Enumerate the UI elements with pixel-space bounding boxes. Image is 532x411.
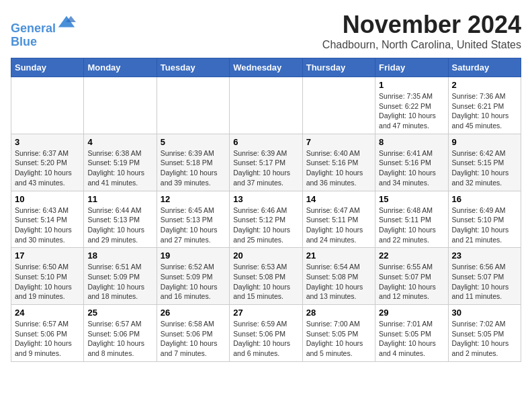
day-number: 23 (452, 250, 517, 261)
day-number: 28 (306, 308, 371, 318)
calendar-cell: 11Sunrise: 6:44 AM Sunset: 5:13 PM Dayli… (84, 191, 157, 248)
calendar-cell (11, 77, 84, 134)
day-info: Sunrise: 6:47 AM Sunset: 5:11 PM Dayligh… (306, 205, 371, 245)
day-number: 6 (233, 137, 298, 147)
day-number: 14 (306, 194, 371, 204)
calendar-cell: 27Sunrise: 6:59 AM Sunset: 5:06 PM Dayli… (230, 305, 302, 362)
day-info: Sunrise: 6:57 AM Sunset: 5:06 PM Dayligh… (87, 319, 152, 359)
day-info: Sunrise: 6:39 AM Sunset: 5:18 PM Dayligh… (161, 148, 226, 188)
calendar-cell: 24Sunrise: 6:57 AM Sunset: 5:06 PM Dayli… (11, 305, 84, 362)
day-number: 8 (379, 137, 444, 147)
calendar-week-row: 3Sunrise: 6:37 AM Sunset: 5:20 PM Daylig… (11, 134, 521, 191)
day-info: Sunrise: 6:41 AM Sunset: 5:16 PM Dayligh… (379, 148, 444, 188)
title-block: November 2024 Chadbourn, North Carolina,… (322, 11, 521, 51)
calendar-cell: 19Sunrise: 6:52 AM Sunset: 5:09 PM Dayli… (157, 248, 229, 305)
calendar-cell (84, 77, 157, 134)
day-info: Sunrise: 6:58 AM Sunset: 5:06 PM Dayligh… (161, 319, 226, 359)
calendar-cell: 15Sunrise: 6:48 AM Sunset: 5:11 PM Dayli… (375, 191, 448, 248)
calendar-cell (230, 77, 302, 134)
calendar-week-row: 17Sunrise: 6:50 AM Sunset: 5:10 PM Dayli… (11, 248, 521, 305)
day-number: 22 (379, 250, 444, 261)
day-info: Sunrise: 6:50 AM Sunset: 5:10 PM Dayligh… (15, 262, 80, 302)
calendar-cell: 5Sunrise: 6:39 AM Sunset: 5:18 PM Daylig… (157, 134, 229, 191)
column-header-thursday: Thursday (302, 58, 375, 77)
day-info: Sunrise: 6:46 AM Sunset: 5:12 PM Dayligh… (233, 205, 298, 245)
calendar-cell: 18Sunrise: 6:51 AM Sunset: 5:09 PM Dayli… (84, 248, 157, 305)
calendar-cell: 7Sunrise: 6:40 AM Sunset: 5:16 PM Daylig… (302, 134, 375, 191)
calendar-cell: 1Sunrise: 7:35 AM Sunset: 6:22 PM Daylig… (375, 77, 448, 134)
calendar-cell (157, 77, 229, 134)
calendar-cell: 26Sunrise: 6:58 AM Sunset: 5:06 PM Dayli… (157, 305, 229, 362)
day-number: 15 (379, 194, 444, 204)
calendar-subtitle: Chadbourn, North Carolina, United States (322, 39, 521, 51)
day-info: Sunrise: 6:48 AM Sunset: 5:11 PM Dayligh… (379, 205, 444, 245)
day-info: Sunrise: 7:02 AM Sunset: 5:05 PM Dayligh… (452, 319, 517, 359)
day-number: 11 (87, 194, 152, 204)
calendar-cell: 14Sunrise: 6:47 AM Sunset: 5:11 PM Dayli… (302, 191, 375, 248)
calendar-table: SundayMondayTuesdayWednesdayThursdayFrid… (11, 58, 521, 362)
day-number: 12 (161, 194, 226, 204)
column-header-tuesday: Tuesday (157, 58, 229, 77)
day-number: 21 (306, 250, 371, 261)
calendar-cell: 9Sunrise: 6:42 AM Sunset: 5:15 PM Daylig… (448, 134, 521, 191)
calendar-cell: 3Sunrise: 6:37 AM Sunset: 5:20 PM Daylig… (11, 134, 84, 191)
day-number: 4 (87, 137, 152, 147)
day-number: 1 (379, 80, 444, 90)
calendar-cell (302, 77, 375, 134)
calendar-week-row: 1Sunrise: 7:35 AM Sunset: 6:22 PM Daylig… (11, 77, 521, 134)
day-info: Sunrise: 6:37 AM Sunset: 5:20 PM Dayligh… (15, 148, 80, 188)
day-number: 5 (161, 137, 226, 147)
day-info: Sunrise: 6:45 AM Sunset: 5:13 PM Dayligh… (161, 205, 226, 245)
day-info: Sunrise: 6:42 AM Sunset: 5:15 PM Dayligh… (452, 148, 517, 188)
calendar-week-row: 24Sunrise: 6:57 AM Sunset: 5:06 PM Dayli… (11, 305, 521, 362)
day-number: 18 (87, 250, 152, 261)
day-info: Sunrise: 6:43 AM Sunset: 5:14 PM Dayligh… (15, 205, 80, 245)
day-info: Sunrise: 6:59 AM Sunset: 5:06 PM Dayligh… (233, 319, 298, 359)
calendar-cell: 23Sunrise: 6:56 AM Sunset: 5:07 PM Dayli… (448, 248, 521, 305)
day-info: Sunrise: 6:56 AM Sunset: 5:07 PM Dayligh… (452, 262, 517, 302)
day-number: 30 (452, 308, 517, 318)
day-number: 3 (15, 137, 80, 147)
calendar-cell: 12Sunrise: 6:45 AM Sunset: 5:13 PM Dayli… (157, 191, 229, 248)
calendar-cell: 28Sunrise: 7:00 AM Sunset: 5:05 PM Dayli… (302, 305, 375, 362)
day-info: Sunrise: 6:49 AM Sunset: 5:10 PM Dayligh… (452, 205, 517, 245)
day-info: Sunrise: 7:01 AM Sunset: 5:05 PM Dayligh… (379, 319, 444, 359)
calendar-cell: 17Sunrise: 6:50 AM Sunset: 5:10 PM Dayli… (11, 248, 84, 305)
calendar-cell: 6Sunrise: 6:39 AM Sunset: 5:17 PM Daylig… (230, 134, 302, 191)
column-header-monday: Monday (84, 58, 157, 77)
calendar-cell: 16Sunrise: 6:49 AM Sunset: 5:10 PM Dayli… (448, 191, 521, 248)
day-info: Sunrise: 6:44 AM Sunset: 5:13 PM Dayligh… (87, 205, 152, 245)
calendar-cell: 2Sunrise: 7:36 AM Sunset: 6:21 PM Daylig… (448, 77, 521, 134)
day-number: 17 (15, 250, 80, 261)
calendar-cell: 21Sunrise: 6:54 AM Sunset: 5:08 PM Dayli… (302, 248, 375, 305)
day-number: 27 (233, 308, 298, 318)
day-number: 19 (161, 250, 226, 261)
day-info: Sunrise: 6:38 AM Sunset: 5:19 PM Dayligh… (87, 148, 152, 188)
day-info: Sunrise: 6:39 AM Sunset: 5:17 PM Dayligh… (233, 148, 298, 188)
day-info: Sunrise: 6:51 AM Sunset: 5:09 PM Dayligh… (87, 262, 152, 302)
day-info: Sunrise: 6:52 AM Sunset: 5:09 PM Dayligh… (161, 262, 226, 302)
calendar-cell: 4Sunrise: 6:38 AM Sunset: 5:19 PM Daylig… (84, 134, 157, 191)
calendar-cell: 29Sunrise: 7:01 AM Sunset: 5:05 PM Dayli… (375, 305, 448, 362)
day-number: 10 (15, 194, 80, 204)
calendar-cell: 25Sunrise: 6:57 AM Sunset: 5:06 PM Dayli… (84, 305, 157, 362)
calendar-title: November 2024 (322, 11, 521, 39)
day-number: 7 (306, 137, 371, 147)
calendar-header-row: SundayMondayTuesdayWednesdayThursdayFrid… (11, 58, 521, 77)
logo-subtext: Blue (11, 36, 76, 49)
day-info: Sunrise: 6:55 AM Sunset: 5:07 PM Dayligh… (379, 262, 444, 302)
calendar-cell: 30Sunrise: 7:02 AM Sunset: 5:05 PM Dayli… (448, 305, 521, 362)
column-header-wednesday: Wednesday (230, 58, 302, 77)
logo-text: General (11, 13, 76, 36)
day-info: Sunrise: 6:54 AM Sunset: 5:08 PM Dayligh… (306, 262, 371, 302)
column-header-sunday: Sunday (11, 58, 84, 77)
day-number: 25 (87, 308, 152, 318)
day-number: 24 (15, 308, 80, 318)
day-info: Sunrise: 7:00 AM Sunset: 5:05 PM Dayligh… (306, 319, 371, 359)
calendar-cell: 10Sunrise: 6:43 AM Sunset: 5:14 PM Dayli… (11, 191, 84, 248)
logo: General Blue (11, 13, 76, 49)
day-info: Sunrise: 7:35 AM Sunset: 6:22 PM Dayligh… (379, 91, 444, 131)
day-number: 26 (161, 308, 226, 318)
page-header: General Blue November 2024 Chadbourn, No… (11, 11, 521, 51)
calendar-week-row: 10Sunrise: 6:43 AM Sunset: 5:14 PM Dayli… (11, 191, 521, 248)
